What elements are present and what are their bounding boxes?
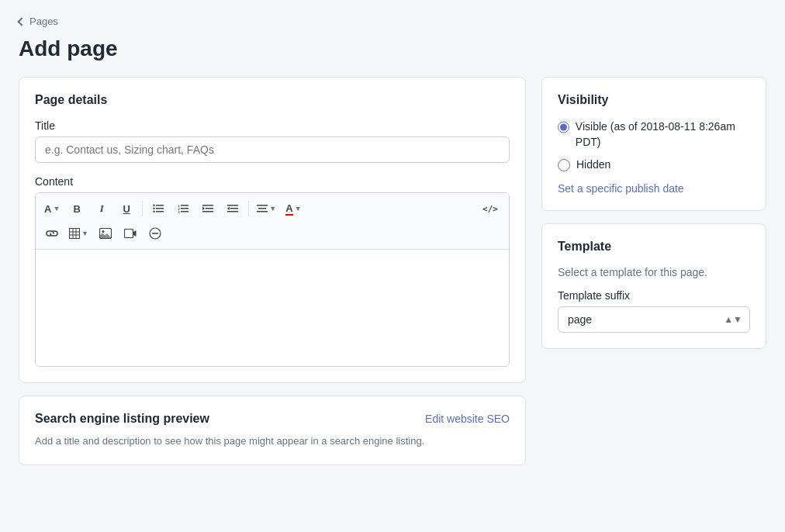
set-publish-date-link[interactable]: Set a specific publish date (558, 182, 684, 195)
sidebar-column: Visibility Visible (as of 2018-08-11 8:2… (541, 77, 766, 349)
svg-rect-0 (156, 205, 164, 206)
source-code-btn[interactable]: </> (476, 198, 504, 219)
svg-rect-14 (202, 211, 213, 212)
svg-rect-7 (181, 208, 188, 209)
breadcrumb-link[interactable]: Pages (29, 16, 58, 27)
ordered-list-btn[interactable]: 1 2 3 (171, 198, 195, 219)
visible-option[interactable]: Visible (as of 2018-08-11 8:26am PDT) (558, 119, 750, 150)
page-title: Add page (19, 36, 766, 61)
title-label: Title (35, 119, 510, 132)
template-description: Select a template for this page. (558, 266, 750, 278)
font-arrow-icon: ▼ (53, 205, 60, 212)
video-btn[interactable] (119, 223, 142, 244)
toolbar-row-2: ▼ (40, 221, 504, 246)
visible-radio[interactable] (558, 121, 569, 133)
toolbar: A ▼ B I U (36, 193, 509, 250)
svg-point-5 (154, 211, 155, 212)
svg-rect-1 (156, 208, 164, 209)
svg-rect-2 (156, 211, 164, 212)
svg-rect-12 (202, 205, 213, 206)
toolbar-sep-2 (248, 201, 249, 216)
remove-format-btn[interactable] (144, 223, 167, 244)
color-a-label: A (285, 202, 292, 216)
page-details-title: Page details (35, 93, 510, 107)
svg-point-3 (154, 205, 155, 206)
toolbar-row-1: A ▼ B I U (40, 196, 504, 221)
svg-rect-19 (258, 208, 266, 209)
visibility-title: Visibility (558, 93, 750, 107)
image-btn[interactable] (94, 223, 117, 244)
hidden-radio[interactable] (558, 159, 570, 171)
svg-rect-15 (227, 205, 238, 206)
underline-btn[interactable]: U (115, 198, 138, 219)
italic-btn[interactable]: I (90, 198, 113, 219)
chevron-left-icon (17, 17, 26, 26)
visible-label: Visible (as of 2018-08-11 8:26am PDT) (576, 119, 750, 150)
content-label: Content (35, 175, 510, 188)
template-card: Template Select a template for this page… (541, 223, 766, 349)
rich-text-editor: A ▼ B I U (35, 192, 510, 367)
seo-header: Search engine listing preview Edit websi… (35, 412, 510, 426)
svg-rect-16 (230, 208, 238, 209)
breadcrumb: Pages (19, 16, 766, 27)
svg-rect-21 (70, 229, 80, 239)
seo-description: Add a title and description to see how t… (35, 434, 510, 449)
page-details-card: Page details Title Content A ▼ (19, 77, 526, 383)
main-column: Page details Title Content A ▼ (19, 77, 526, 465)
editor-body[interactable] (36, 250, 509, 366)
seo-title: Search engine listing preview (35, 412, 209, 426)
template-select-wrapper: page contact faq about ▲▼ (558, 306, 750, 333)
template-suffix-select[interactable]: page contact faq about (558, 306, 750, 333)
visibility-radio-group: Visible (as of 2018-08-11 8:26am PDT) Hi… (558, 119, 750, 173)
table-arrow-icon: ▼ (81, 230, 88, 237)
align-arrow-icon: ▼ (269, 205, 276, 212)
indent-decrease-btn[interactable] (196, 198, 220, 219)
link-btn[interactable] (40, 223, 64, 244)
align-btn[interactable]: ▼ (253, 198, 280, 219)
toolbar-sep-1 (142, 201, 143, 216)
layout: Page details Title Content A ▼ (19, 77, 766, 465)
svg-rect-17 (227, 211, 238, 212)
indent-increase-btn[interactable] (221, 198, 244, 219)
font-label: A (44, 203, 51, 215)
font-btn[interactable]: A ▼ (40, 198, 64, 219)
seo-card: Search engine listing preview Edit websi… (19, 396, 526, 465)
title-input[interactable] (35, 136, 510, 163)
color-arrow-icon: ▼ (295, 205, 302, 212)
svg-rect-20 (257, 211, 268, 212)
seo-edit-link[interactable]: Edit website SEO (425, 413, 510, 425)
svg-rect-6 (181, 205, 188, 206)
svg-text:3: 3 (178, 210, 181, 214)
svg-rect-8 (181, 211, 188, 212)
table-btn[interactable]: ▼ (65, 223, 92, 244)
page-wrapper: Pages Add page Page details Title Conten… (0, 0, 785, 481)
svg-rect-18 (257, 205, 268, 206)
svg-rect-28 (124, 230, 133, 238)
svg-rect-13 (206, 208, 213, 209)
hidden-option[interactable]: Hidden (558, 157, 750, 173)
unordered-list-btn[interactable] (147, 198, 170, 219)
text-color-btn[interactable]: A ▼ (282, 198, 305, 219)
bold-btn[interactable]: B (65, 198, 88, 219)
template-suffix-label: Template suffix (558, 289, 750, 302)
svg-point-27 (102, 230, 104, 233)
visibility-card: Visibility Visible (as of 2018-08-11 8:2… (541, 77, 766, 211)
template-title: Template (558, 240, 750, 254)
hidden-label: Hidden (576, 157, 610, 173)
svg-point-4 (154, 208, 155, 209)
